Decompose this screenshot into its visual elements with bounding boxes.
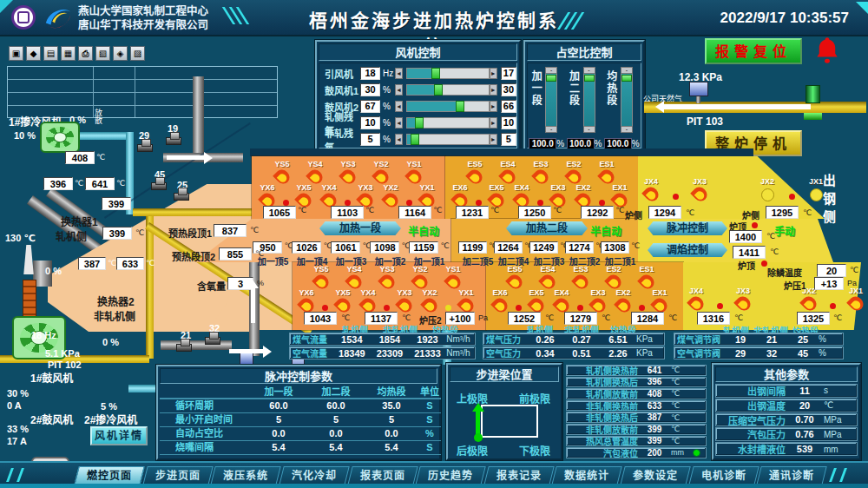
burner: YX4 [357, 288, 379, 313]
burner: EX1 [608, 183, 631, 208]
slider-thumb[interactable] [434, 84, 443, 96]
nav-tab[interactable]: 历史趋势 [415, 466, 485, 485]
slider-left-arrow[interactable]: ◄ [395, 68, 403, 79]
fan-setpoint-field[interactable]: 5 [360, 133, 380, 146]
burner: YX1 [416, 183, 438, 208]
toolbar-icon[interactable]: ▣ [9, 46, 23, 61]
pulse-control-button[interactable]: 脉冲控制 [648, 221, 727, 235]
toolbar-icon[interactable]: ▤ [43, 46, 58, 61]
zone1-ribbon: 加热一段 [319, 221, 401, 235]
fan-setpoint-field[interactable]: 18 [360, 67, 380, 80]
nav-tab[interactable]: 数据统计 [552, 466, 622, 485]
burner [637, 288, 646, 311]
fan-control-title: 风机控制 [319, 43, 517, 61]
alarm-list-table[interactable] [7, 66, 278, 118]
table-row: 最小开启时间 5 5 5 S [160, 413, 437, 427]
toolbar-icon[interactable]: ▦ [61, 46, 76, 61]
duty-zone-label: 均热段 [604, 70, 619, 107]
slider-right-arrow[interactable]: ► [490, 84, 497, 96]
slider-thumb[interactable] [584, 75, 595, 82]
slider-up-button[interactable]: - [545, 67, 557, 74]
fan-setpoint-field[interactable]: 10 [360, 116, 380, 129]
slider-right-arrow[interactable]: ► [490, 101, 497, 112]
furnace-side-label: 炉侧 [625, 208, 642, 221]
valve-icon[interactable] [137, 144, 153, 152]
valve-table: 煤气调节阀 192125 % 空气调节阀 293245 % [674, 333, 844, 360]
burner: ES4 [496, 160, 519, 184]
valve-icon[interactable] [205, 337, 220, 345]
alarm-reset-button[interactable]: 报警复位 [705, 38, 802, 64]
toolbar-icon[interactable]: ◆ [26, 46, 41, 61]
valve-icon[interactable] [176, 344, 192, 352]
slider-left-arrow[interactable]: ◄ [395, 101, 403, 112]
fan1-icon [40, 122, 80, 153]
toolbar-icon[interactable]: ◈ [113, 46, 128, 61]
nav-tab[interactable]: 步进页面 [142, 466, 213, 485]
roof-temp-unit: 1159℃ 加一顶1 [410, 241, 449, 267]
slider-up-button[interactable]: - [621, 67, 633, 74]
other-params-panel: 其他参数 出钢间隔 11 s 出钢温度 20 ℃ 压缩空气压力 0.70 [712, 363, 861, 460]
temp-readout: 1164℃ [398, 206, 442, 219]
nav-tab[interactable]: 参数设定 [620, 466, 690, 485]
slider-thumb[interactable] [456, 101, 464, 112]
valve-icon[interactable] [174, 193, 189, 201]
toolbar-icon[interactable]: ▧ [95, 46, 110, 61]
slider-down-button[interactable]: - [621, 126, 633, 133]
flow-table: 煤气流量 153418541923 Nm³/h 空气流量 18349233092… [289, 333, 476, 360]
toolbar-icon[interactable]: ⎙ [78, 46, 93, 61]
toolbar-icon[interactable]: ▨ [130, 46, 145, 61]
slider-right-arrow[interactable]: ► [490, 134, 497, 145]
slider-right-arrow[interactable]: ► [490, 68, 497, 79]
pulse-params-header: 加一段加二段均热段单位 [160, 386, 437, 399]
slider-left-arrow[interactable]: ◄ [395, 84, 403, 96]
fan-unit: % [380, 85, 395, 95]
nav-tab[interactable]: 电机诊断 [688, 466, 759, 485]
descale-temp-value: 20 [817, 264, 846, 277]
fan-setpoint-field[interactable]: 67 [360, 100, 380, 113]
slider-up-button[interactable]: - [583, 67, 595, 74]
nav-tab[interactable]: 报表记录 [483, 466, 554, 485]
burner: ES5 [503, 265, 526, 289]
slider-thumb[interactable] [431, 68, 440, 79]
slider-left-arrow[interactable]: ◄ [395, 134, 403, 145]
slider-right-arrow[interactable]: ► [490, 117, 497, 129]
fan-slider[interactable] [406, 101, 490, 112]
duty-cycle-body: 加一段 - - 100.0% 加二段 - [527, 63, 641, 148]
slider-down-button[interactable]: - [545, 126, 557, 133]
instrument-stem [696, 96, 700, 103]
fan-slider[interactable] [406, 84, 490, 96]
zone2-mode: 半自动 [590, 223, 621, 238]
table-row: 烧嘴间隔 5.4 5.4 5.4 S [160, 441, 437, 455]
nav-tab[interactable]: 报表页面 [347, 466, 418, 485]
slider-thumb[interactable] [411, 134, 419, 145]
duty-slider[interactable]: - - [621, 67, 633, 133]
nav-tab[interactable]: 液压系统 [211, 466, 281, 485]
flame-control-button[interactable]: 调焰控制 [648, 243, 727, 257]
slider-thumb[interactable] [621, 75, 632, 82]
nav-tab[interactable]: 燃控页面 [74, 466, 144, 485]
duty-slider[interactable]: - - [545, 67, 557, 133]
fan-slider[interactable] [406, 117, 490, 129]
nav-tab[interactable]: 通讯诊断 [757, 466, 827, 485]
gas-valve-icon[interactable] [806, 85, 820, 103]
slider-thumb[interactable] [546, 75, 556, 82]
fan-detail-button[interactable]: 风机详情 [90, 426, 148, 445]
nav-tab[interactable]: 汽化冷却 [279, 466, 349, 485]
pressure-transmitter-icon [240, 353, 253, 365]
burner: YX5 [293, 183, 315, 208]
fan-unit: % [380, 135, 395, 144]
slider-down-button[interactable]: - [583, 126, 595, 133]
valve-icon[interactable] [166, 137, 181, 145]
alarm-bell-icon[interactable] [814, 36, 840, 68]
slider-left-arrow[interactable]: ◄ [395, 117, 403, 129]
duty-slider[interactable]: - - [583, 67, 595, 133]
fan-slider[interactable] [406, 68, 490, 79]
fan-slider[interactable] [406, 134, 490, 145]
slider-thumb[interactable] [415, 117, 424, 129]
burner-row-ys-bottom: YS5YS4YS3YS2YS1 [310, 265, 464, 289]
bottom-temp: 1316 [697, 312, 730, 325]
burner: ES5 [464, 160, 486, 184]
valve-icon[interactable] [151, 182, 167, 190]
table-row: 煤气调节阀 192125 % [674, 333, 844, 346]
fan-setpoint-field[interactable]: 30 [360, 83, 380, 96]
